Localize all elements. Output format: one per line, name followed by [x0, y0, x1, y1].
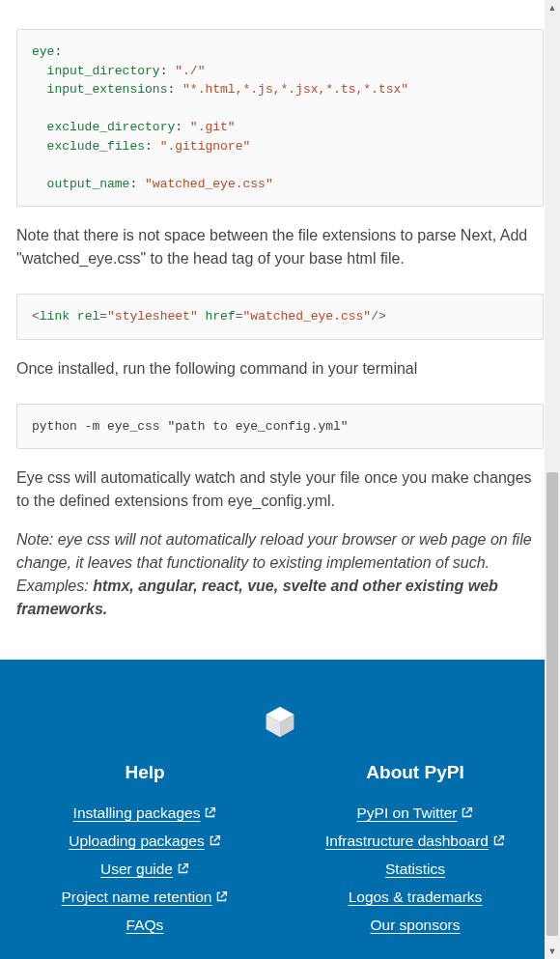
footer-link-label: PyPI on Twitter: [357, 804, 458, 821]
scrollbar-track[interactable]: ▲ ▼: [545, 0, 560, 959]
main-content: eye: input_directory: "./" input_extensi…: [0, 29, 560, 660]
footer-heading-help: Help: [19, 762, 270, 783]
footer-link[interactable]: Uploading packages: [69, 832, 220, 849]
yaml-key: eye: [32, 44, 54, 59]
attr-name: href: [206, 309, 236, 324]
footer-link-label: User guide: [100, 860, 173, 877]
footer-link-item: FAQs: [19, 917, 270, 934]
attr-value: "watched_eye.css": [243, 309, 372, 324]
yaml-key: exclude_files: [47, 139, 145, 154]
yaml-key: input_directory: [47, 64, 160, 78]
footer-link-item: Uploading packages: [19, 832, 270, 850]
footer-link[interactable]: FAQs: [126, 917, 164, 933]
footer-help-list: Installing packagesUploading packagesUse…: [19, 804, 270, 934]
tag-punct: <: [32, 309, 40, 324]
yaml-key: input_extensions: [47, 82, 168, 97]
footer: Help Installing packagesUploading packag…: [0, 660, 560, 959]
footer-columns: Help Installing packagesUploading packag…: [19, 762, 541, 945]
code-block-shell[interactable]: python -m eye_css "path to eye_config.ym…: [16, 404, 544, 450]
footer-logo-wrap: [19, 704, 541, 739]
yaml-colon: :: [167, 82, 175, 97]
footer-link-label: Project name retention: [62, 888, 212, 905]
yaml-string: "watched_eye.css": [145, 177, 273, 191]
cube-icon: [263, 704, 297, 739]
paragraph: Once installed, run the following comman…: [16, 357, 544, 381]
footer-link-item: User guide: [19, 860, 270, 878]
shell-command: python -m eye_css "path to eye_config.ym…: [32, 419, 349, 434]
paragraph: Note that there is not space between the…: [16, 224, 544, 270]
code-block-yaml[interactable]: eye: input_directory: "./" input_extensi…: [16, 29, 544, 207]
footer-link-item: Infrastructure dashboard: [290, 832, 541, 850]
footer-link[interactable]: Infrastructure dashboard: [325, 832, 505, 849]
scroll-up-arrow-icon[interactable]: ▲: [545, 0, 560, 15]
tag-name: link: [40, 309, 70, 324]
attr-name: rel: [77, 309, 99, 324]
footer-link-item: Statistics: [290, 860, 541, 878]
footer-link-label: Logos & trademarks: [349, 888, 483, 905]
footer-link[interactable]: Installing packages: [73, 804, 217, 821]
footer-link-label: Our sponsors: [370, 917, 460, 933]
footer-link-label: Statistics: [385, 860, 445, 877]
footer-link[interactable]: Project name retention: [62, 888, 229, 905]
paragraph: Eye css will automatically watch and sty…: [16, 466, 544, 513]
footer-link-item: Our sponsors: [290, 917, 541, 934]
yaml-colon: :: [175, 120, 182, 134]
tag-punct: />: [371, 309, 386, 324]
footer-col-help: Help Installing packagesUploading packag…: [19, 762, 270, 945]
external-link-icon: [209, 834, 221, 847]
yaml-string: "./": [175, 64, 205, 78]
footer-link-label: Infrastructure dashboard: [325, 832, 489, 849]
yaml-string: ".git": [190, 120, 236, 134]
code-block-html[interactable]: <link rel="stylesheet" href="watched_eye…: [16, 294, 544, 340]
external-link-icon: [492, 834, 505, 847]
footer-about-list: PyPI on TwitterInfrastructure dashboardS…: [290, 804, 541, 934]
yaml-colon: :: [145, 139, 153, 154]
external-link-icon: [215, 890, 228, 903]
footer-link-item: Installing packages: [19, 804, 270, 822]
footer-link-label: Installing packages: [73, 804, 201, 821]
external-link-icon: [461, 806, 473, 819]
footer-link[interactable]: User guide: [100, 860, 189, 877]
footer-link[interactable]: Our sponsors: [370, 917, 460, 933]
footer-link-item: Logos & trademarks: [290, 888, 541, 906]
footer-link[interactable]: Statistics: [385, 860, 445, 877]
scrollbar-thumb[interactable]: [546, 472, 558, 936]
scroll-down-arrow-icon[interactable]: ▼: [545, 944, 560, 959]
page: eye: input_directory: "./" input_extensi…: [0, 29, 560, 959]
yaml-key: output_name: [47, 177, 130, 191]
footer-link[interactable]: PyPI on Twitter: [357, 804, 474, 821]
yaml-colon: :: [54, 44, 62, 59]
footer-link-item: PyPI on Twitter: [290, 804, 541, 822]
external-link-icon: [177, 862, 189, 875]
external-link-icon: [204, 806, 216, 819]
note-paragraph: Note: eye css will not automatically rel…: [16, 528, 544, 621]
yaml-key: exclude_directory: [47, 120, 176, 134]
attr-value: "stylesheet": [107, 309, 198, 324]
yaml-colon: :: [129, 177, 137, 191]
footer-link-label: FAQs: [126, 917, 164, 933]
footer-col-about: About PyPI PyPI on TwitterInfrastructure…: [290, 762, 541, 945]
footer-link-label: Uploading packages: [69, 832, 204, 849]
yaml-colon: :: [160, 64, 168, 78]
yaml-string: ".gitignore": [160, 139, 251, 154]
footer-link[interactable]: Logos & trademarks: [349, 888, 483, 905]
yaml-string: "*.html,*.js,*.jsx,*.ts,*.tsx": [182, 82, 408, 97]
footer-link-item: Project name retention: [19, 888, 270, 906]
footer-heading-about: About PyPI: [290, 762, 541, 783]
